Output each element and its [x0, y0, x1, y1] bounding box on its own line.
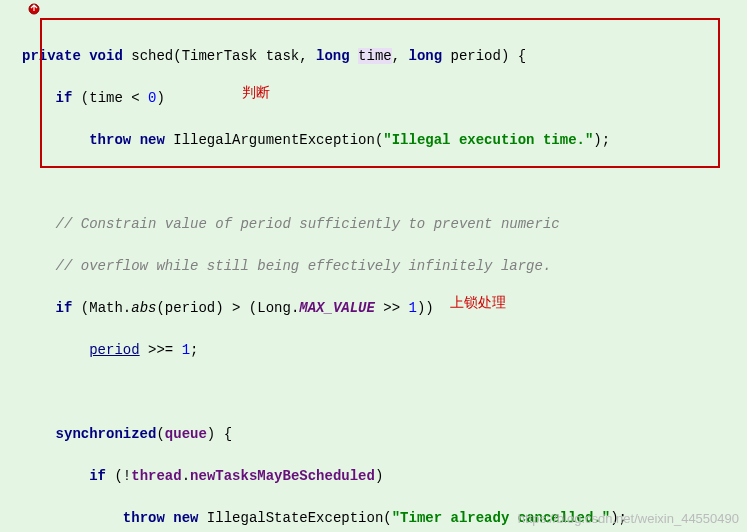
- code-line[interactable]: synchronized(queue) {: [0, 424, 747, 445]
- code-line[interactable]: if (!thread.newTasksMayBeScheduled): [0, 466, 747, 487]
- code-line[interactable]: period >>= 1;: [0, 340, 747, 361]
- annotation-judge: 判断: [242, 82, 270, 103]
- override-gutter-icon[interactable]: [28, 3, 40, 15]
- code-editor[interactable]: private void sched(TimerTask task, long …: [0, 0, 747, 532]
- code-line[interactable]: if (time < 0): [0, 88, 747, 109]
- code-line[interactable]: if (Math.abs(period) > (Long.MAX_VALUE >…: [0, 298, 747, 319]
- code-line[interactable]: throw new IllegalArgumentException("Ille…: [0, 130, 747, 151]
- code-line[interactable]: // Constrain value of period sufficientl…: [0, 214, 747, 235]
- code-line[interactable]: private void sched(TimerTask task, long …: [0, 46, 747, 67]
- watermark-text: https://blog.csdn.net/weixin_44550490: [518, 509, 739, 529]
- code-line[interactable]: [0, 172, 747, 193]
- code-line[interactable]: // overflow while still being effectivel…: [0, 256, 747, 277]
- annotation-lock: 上锁处理: [450, 292, 506, 313]
- code-line[interactable]: [0, 382, 747, 403]
